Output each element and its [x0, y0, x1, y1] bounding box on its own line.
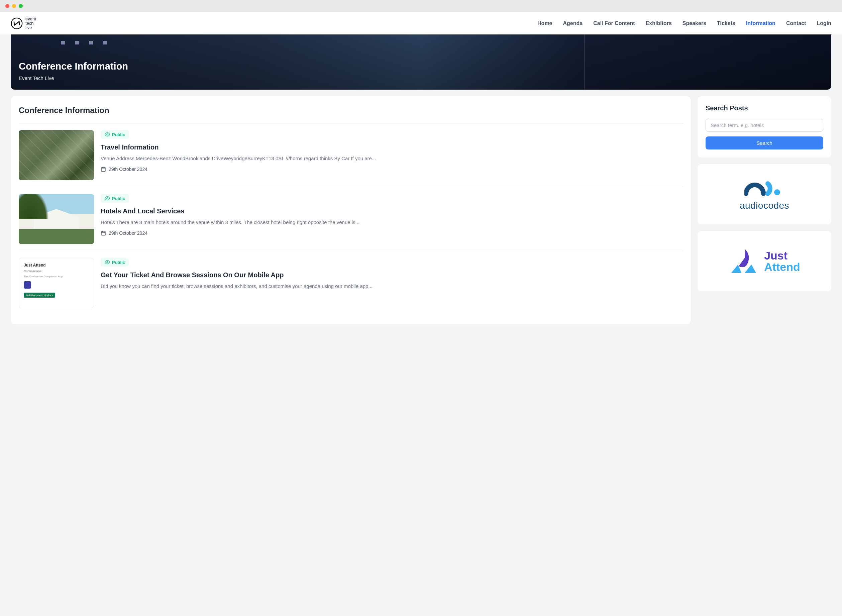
divider — [19, 251, 683, 251]
post-title[interactable]: Get Your Ticket And Browse Sessions On O… — [101, 271, 683, 279]
nav-information[interactable]: Information — [746, 21, 776, 26]
nav-contact[interactable]: Contact — [786, 21, 806, 26]
top-navigation: event tech live Home Agenda Call For Con… — [0, 12, 842, 34]
svg-point-12 — [774, 189, 780, 195]
svg-rect-2 — [101, 167, 105, 172]
post-content: Public Travel Information Venue Address … — [101, 130, 683, 180]
calendar-icon — [101, 167, 106, 172]
content-panel: Conference Information Public Travel Inf… — [11, 96, 691, 324]
nav-login[interactable]: Login — [817, 21, 831, 26]
post-date: 29th October 2024 — [101, 230, 683, 236]
divider — [19, 187, 683, 187]
svg-point-11 — [107, 261, 108, 263]
audiocodes-text: audiocodes — [740, 200, 789, 211]
justattend-logo: Just Attend — [729, 248, 800, 274]
search-input[interactable] — [706, 119, 823, 132]
search-panel: Search Posts Search — [698, 96, 831, 157]
content-title: Conference Information — [19, 106, 683, 115]
sidebar: Search Posts Search audiocodes — [698, 96, 831, 291]
sponsor-justattend[interactable]: Just Attend — [698, 231, 831, 291]
browser-chrome — [0, 0, 842, 12]
window-minimize-button[interactable] — [12, 4, 16, 8]
window-maximize-button[interactable] — [19, 4, 23, 8]
logo-text: event tech live — [25, 17, 36, 30]
nav-links: Home Agenda Call For Content Exhibitors … — [537, 21, 831, 26]
nav-call-for-content[interactable]: Call For Content — [593, 21, 635, 26]
svg-rect-7 — [101, 232, 105, 235]
post-content: Public Hotels And Local Services Hotels … — [101, 194, 683, 244]
nav-exhibitors[interactable]: Exhibitors — [646, 21, 672, 26]
nav-tickets[interactable]: Tickets — [717, 21, 735, 26]
badge-label: Public — [112, 260, 125, 265]
post-thumbnail — [19, 130, 94, 180]
post-thumbnail: Just Attend Commsverse The Conference Co… — [19, 258, 94, 308]
site-logo[interactable]: event tech live — [11, 17, 36, 30]
nav-home[interactable]: Home — [537, 21, 552, 26]
search-title: Search Posts — [706, 104, 823, 112]
post-thumbnail — [19, 194, 94, 244]
public-badge: Public — [101, 194, 129, 202]
badge-label: Public — [112, 196, 125, 201]
sponsor-audiocodes[interactable]: audiocodes — [698, 164, 831, 224]
nav-agenda[interactable]: Agenda — [563, 21, 583, 26]
post-item[interactable]: Public Hotels And Local Services Hotels … — [19, 194, 683, 251]
audiocodes-icon — [744, 177, 785, 196]
svg-point-6 — [107, 198, 108, 199]
post-title[interactable]: Travel Information — [101, 144, 683, 151]
post-excerpt: Did you know you can find your ticket, b… — [101, 282, 683, 290]
eye-icon — [105, 132, 110, 137]
eye-icon — [105, 196, 110, 201]
hero-banner: Conference Information Event Tech Live — [11, 34, 831, 89]
eye-icon — [105, 260, 110, 265]
calendar-icon — [101, 230, 106, 236]
audiocodes-logo: audiocodes — [740, 177, 789, 211]
badge-label: Public — [112, 132, 125, 137]
post-content: Public Get Your Ticket And Browse Sessio… — [101, 258, 683, 308]
public-badge: Public — [101, 130, 129, 139]
justattend-text: Just Attend — [764, 250, 800, 273]
justattend-icon — [729, 248, 759, 274]
post-excerpt: Hotels There are 3 main hotels around th… — [101, 219, 683, 226]
post-date: 29th October 2024 — [101, 167, 683, 172]
post-item[interactable]: Public Travel Information Venue Address … — [19, 130, 683, 187]
divider — [19, 123, 683, 123]
hero-subtitle: Event Tech Live — [19, 75, 823, 81]
logo-mark-icon — [11, 18, 23, 29]
search-button[interactable]: Search — [706, 136, 823, 150]
hero-title: Conference Information — [19, 61, 823, 72]
public-badge: Public — [101, 258, 129, 267]
post-title[interactable]: Hotels And Local Services — [101, 207, 683, 215]
main-layout: Conference Information Public Travel Inf… — [0, 89, 842, 331]
window-close-button[interactable] — [5, 4, 9, 8]
svg-point-1 — [107, 134, 108, 135]
post-item[interactable]: Just Attend Commsverse The Conference Co… — [19, 258, 683, 315]
nav-speakers[interactable]: Speakers — [682, 21, 706, 26]
post-excerpt: Venue Address Mercedes-Benz WorldBrookla… — [101, 154, 683, 163]
